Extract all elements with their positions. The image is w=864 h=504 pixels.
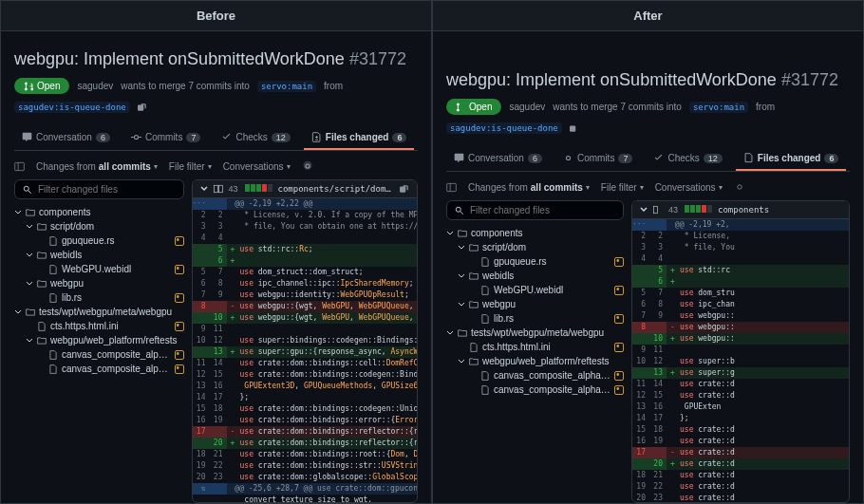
file-search-input[interactable] — [38, 184, 176, 195]
diff-line[interactable]: 1114 use crate::d — [632, 379, 849, 390]
tab-files-changed[interactable]: Files changed6 — [736, 147, 847, 171]
gear-icon[interactable] — [302, 160, 313, 172]
tree-folder[interactable]: webgpu — [446, 297, 624, 311]
tree-folder[interactable]: webidls — [446, 269, 624, 283]
copy-path-icon[interactable] — [400, 184, 409, 194]
diff-line[interactable]: 13+use super::g — [632, 367, 849, 379]
diff-line[interactable]: 8-use webgpu:: — [632, 322, 849, 333]
conversations-dropdown[interactable]: Conversations▾ — [655, 182, 723, 193]
tree-folder[interactable]: webgpu/web_platform/reftests — [446, 354, 624, 368]
changes-from-dropdown[interactable]: Changes from all commits ▾ — [36, 161, 158, 172]
sidebar-toggle-icon[interactable] — [14, 161, 25, 172]
diff-line[interactable]: 17-use crate::dom::bindings::reflector::… — [193, 426, 418, 438]
tree-file[interactable]: canvas_composite_alpha_rgba8unorm_opaque… — [446, 383, 624, 397]
diff-line[interactable]: 911 — [632, 345, 849, 356]
diff-line[interactable]: 44 — [193, 233, 418, 244]
tree-file[interactable]: gpuqueue.rs — [446, 254, 624, 269]
tab-commits[interactable]: Commits7 — [555, 147, 640, 171]
changes-from-dropdown[interactable]: Changes from all commits▾ — [468, 182, 590, 193]
diff-line[interactable]: 20+use crate::dom::bindings::reflector::… — [193, 438, 418, 449]
diff-line[interactable]: 33 * file, You can obtain one at https:/… — [193, 221, 418, 233]
tree-folder[interactable]: script/dom — [14, 219, 184, 233]
tree-file[interactable]: canvas_composite_alpha_rgba8unorm_opaque… — [446, 368, 624, 383]
diff-line[interactable]: 1012 use super::b — [632, 356, 849, 367]
file-filter-dropdown[interactable]: File filter▾ — [601, 182, 644, 193]
tree-file[interactable]: WebGPU.webidl — [446, 283, 624, 297]
tree-folder[interactable]: script/dom — [446, 240, 624, 254]
diff-line[interactable]: 5+use std::rc — [632, 265, 849, 276]
copy-icon[interactable] — [138, 103, 147, 112]
tree-folder[interactable]: webgpu — [14, 276, 184, 290]
tree-file[interactable]: cts.https.html.ini — [14, 319, 184, 333]
diff-line[interactable]: 1619 use crate::d — [632, 436, 849, 447]
diff-line[interactable]: 68 use ipc_channel::ipc::IpcSharedMemory… — [193, 278, 418, 289]
diff-line[interactable]: 1922 use crate::d — [632, 481, 849, 493]
diff-line[interactable]: 44 — [632, 253, 849, 265]
diff-line[interactable]: 79 use webgpu:: — [632, 310, 849, 322]
diff-line[interactable]: 68 use ipc_chan — [632, 299, 849, 310]
diff-line[interactable]: 57 use dom_stru — [632, 288, 849, 299]
gear-icon[interactable] — [734, 181, 745, 193]
diff-line[interactable]: 1417 }; — [632, 413, 849, 424]
diff-line[interactable]: 1518 use crate::d — [632, 424, 849, 436]
diff-line[interactable]: 6+ — [632, 276, 849, 288]
pr-author[interactable]: sagudev — [77, 81, 113, 91]
file-search[interactable] — [14, 179, 184, 199]
expand-icon[interactable]: ··· — [632, 219, 649, 231]
diff-line[interactable]: 1316 GPUExten — [632, 401, 849, 413]
split-view-icon[interactable] — [214, 184, 223, 194]
diff-line[interactable]: 1215 use crate::dom::bindings::codegen::… — [193, 369, 418, 381]
chevron-down-icon[interactable] — [640, 206, 648, 214]
diff-line[interactable]: 6+ — [193, 255, 418, 267]
tree-file[interactable]: cts.https.html.ini — [446, 340, 624, 354]
diff-line[interactable]: 1316 GPUExtent3D, GPUQueueMethods, GPUSi… — [193, 381, 418, 392]
diff-line[interactable]: 2023 use crate::d — [632, 493, 849, 502]
diff-line[interactable]: 1215 use crate::d — [632, 390, 849, 401]
diff-line[interactable]: 1821 use crate::d — [632, 470, 849, 481]
diff-line[interactable]: 22 * License, — [632, 231, 849, 242]
tree-folder[interactable]: components — [446, 226, 624, 240]
diff-line[interactable]: 1821 use crate::dom::bindings::root::{Do… — [193, 449, 418, 460]
tree-folder[interactable]: components — [14, 205, 184, 219]
diff-line[interactable]: 1922 use crate::dom::bindings::str::USVS… — [193, 460, 418, 472]
diff-line[interactable]: 20+use crate::d — [632, 458, 849, 470]
tab-conversation[interactable]: Conversation6 — [446, 147, 550, 171]
tab-commits[interactable]: Commits 7 — [123, 126, 208, 150]
sidebar-toggle-icon[interactable] — [446, 182, 457, 193]
tree-file[interactable]: canvas_composite_alpha_r… — [14, 347, 184, 362]
tree-file[interactable]: WebGPU.webidl — [14, 262, 184, 276]
diff-line[interactable]: 8-use webgpu::{wgt, WebGPU, WebGPUQueue,… — [193, 301, 418, 312]
tree-folder[interactable]: tests/wpt/webgpu/meta/webgpu — [446, 326, 624, 340]
conversations-dropdown[interactable]: Conversations▾ — [223, 161, 291, 172]
diff-line[interactable]: 1114 use crate::dom::bindings::cell::Dom… — [193, 358, 418, 369]
diff-line[interactable]: 10+use webgpu::{wgt, WebGPU, WebGPUQueue… — [193, 312, 418, 324]
diff-line[interactable]: 911 — [193, 324, 418, 335]
diff-line[interactable]: 1619 use crate::dom::bindings::error::{E… — [193, 415, 418, 426]
diff-line[interactable]: convert_texture_size_to_wgt, — [193, 495, 418, 502]
tab-checks[interactable]: Checks 12 — [214, 126, 297, 150]
tree-folder[interactable]: webidls — [14, 248, 184, 262]
copy-icon[interactable] — [570, 123, 579, 133]
tree-file[interactable]: lib.rs — [14, 290, 184, 305]
diff-line[interactable]: 10+use webgpu:: — [632, 333, 849, 345]
diff-line[interactable]: 57 use dom_struct::dom_struct; — [193, 267, 418, 278]
diff-line[interactable]: 2023 use crate::dom::globalscope::Global… — [193, 472, 418, 483]
diff-line[interactable]: 13+use super::gpu::{response_async, Asyn… — [193, 346, 418, 358]
tab-files-changed[interactable]: Files changed 6 — [304, 126, 415, 150]
expand-icon[interactable]: ⇅ — [193, 483, 210, 495]
diff-line[interactable]: 79 use webgpu::identity::WebGPUOpResult; — [193, 289, 418, 301]
diff-line[interactable]: 22 * License, v. 2.0. If a copy of the M… — [193, 210, 418, 221]
base-branch[interactable]: servo:main — [257, 81, 316, 92]
diff-line[interactable]: 5+use std::rc::Rc; — [193, 244, 418, 255]
file-filter-dropdown[interactable]: File filter▾ — [169, 161, 212, 172]
head-branch[interactable]: sagudev:is-queue-done — [14, 102, 130, 113]
expand-icon[interactable]: ··· — [193, 198, 210, 210]
chevron-down-icon[interactable] — [200, 185, 208, 193]
file-search-input[interactable] — [470, 205, 615, 215]
diff-line[interactable]: 1518 use crate::dom::bindings::codegen::… — [193, 403, 418, 415]
file-search[interactable] — [446, 200, 624, 220]
diff-line[interactable]: 1012 use super::bindings::codegen::Bindi… — [193, 335, 418, 346]
tree-folder[interactable]: webgpu/web_platform/reftests — [14, 333, 184, 347]
tab-checks[interactable]: Checks12 — [646, 147, 729, 171]
tree-file[interactable]: canvas_composite_alpha_r… — [14, 362, 184, 376]
